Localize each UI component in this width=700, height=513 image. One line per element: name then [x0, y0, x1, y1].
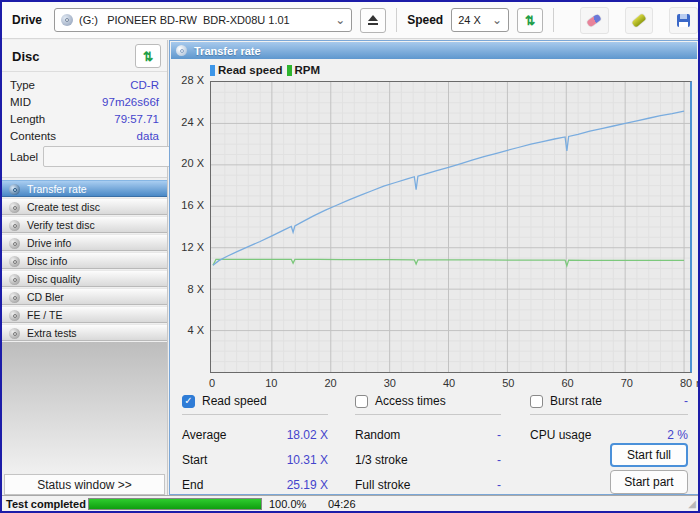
- stat-label: Average: [182, 428, 226, 442]
- eject-icon: [368, 15, 378, 25]
- stat-value: 25.19 X: [287, 478, 328, 492]
- drive-label: Drive: [12, 13, 42, 27]
- menu-item-disc-quality[interactable]: Disc quality: [2, 270, 167, 287]
- menu-item-disc-info[interactable]: Disc info: [2, 252, 167, 269]
- save-button[interactable]: [669, 7, 698, 34]
- menu-item-verify-test-disc[interactable]: Verify test disc: [2, 216, 167, 233]
- app-window: Drive (G:) PIONEER BD-RW BDR-XD08U 1.01 …: [0, 0, 700, 513]
- status-text: Test completed: [2, 498, 88, 510]
- disc-icon: [9, 274, 20, 285]
- resize-grip[interactable]: ◢: [688, 498, 698, 509]
- menu-item-label: FE / TE: [27, 309, 62, 321]
- divider: [182, 414, 328, 415]
- erase-disc-button[interactable]: [580, 7, 609, 34]
- disc-panel-header: Disc ⇄: [2, 40, 167, 72]
- speed-label: Speed: [407, 13, 443, 27]
- drive-select[interactable]: (G:) PIONEER BD-RW BDR-XD08U 1.01 ⌄: [54, 8, 352, 32]
- stat-value: -: [497, 428, 501, 442]
- menu-item-label: Drive info: [27, 237, 71, 249]
- read-speed-legend-label: Read speed: [218, 64, 283, 76]
- marker-icon: [631, 13, 646, 27]
- menu-item-transfer-rate[interactable]: Transfer rate: [2, 180, 167, 197]
- stat-row-average: Average 18.02 X: [182, 427, 328, 442]
- disc-icon: [9, 256, 20, 267]
- disc-icon: [9, 202, 20, 213]
- burst-rate-checkbox[interactable]: ✓: [530, 395, 543, 408]
- chart-legend: Read speed RPM: [210, 64, 320, 76]
- refresh-icon: ⇄: [141, 51, 156, 62]
- elapsed-time: 04:26: [328, 498, 388, 510]
- access-times-checkbox-label: Access times: [375, 394, 446, 408]
- disc-icon: [9, 238, 20, 249]
- menu-item-label: Transfer rate: [27, 183, 87, 195]
- set-speed-button[interactable]: ⇄: [517, 8, 543, 33]
- disc-row-value: data: [137, 130, 159, 142]
- stat-row-cpu-usage: CPU usage 2 %: [530, 427, 688, 442]
- toolbar: Drive (G:) PIONEER BD-RW BDR-XD08U 1.01 …: [2, 2, 698, 39]
- disc-row-value: 97m26s66f: [102, 96, 159, 108]
- marker-button[interactable]: [625, 7, 654, 34]
- read-speed-legend-chip: [210, 65, 215, 76]
- chevron-down-icon: ⌄: [335, 15, 345, 25]
- save-icon: [677, 14, 690, 27]
- stat-label: Full stroke: [355, 478, 410, 492]
- progress-percent: 100.0%: [262, 498, 328, 510]
- disc-panel: Disc ⇄ Type CD-R MID 97m26s66f Length 79…: [2, 40, 167, 178]
- menu-item-label: Disc info: [27, 255, 67, 267]
- eject-button[interactable]: [360, 8, 386, 33]
- menu-item-drive-info[interactable]: Drive info: [2, 234, 167, 251]
- progress-bar: [88, 498, 262, 510]
- stat-value: 18.02 X: [287, 428, 328, 442]
- disc-row-label: Length: [10, 113, 45, 125]
- menu-item-label: Extra tests: [27, 327, 77, 339]
- status-window-button[interactable]: Status window >>: [4, 474, 165, 495]
- sidebar: Disc ⇄ Type CD-R MID 97m26s66f Length 79…: [2, 40, 168, 497]
- chart-plot-area: [211, 82, 690, 372]
- refresh-disc-button[interactable]: ⇄: [135, 44, 161, 68]
- stat-row-full-stroke: Full stroke -: [355, 477, 501, 492]
- rpm-legend-chip: [287, 65, 292, 76]
- disc-row-value: 79:57.71: [114, 113, 159, 125]
- stat-row-random: Random -: [355, 427, 501, 442]
- disc-icon: [9, 328, 20, 339]
- y-axis-ticks: 4 X8 X12 X16 X20 X24 X28 X: [170, 41, 206, 381]
- stat-value: 2 %: [667, 428, 688, 442]
- menu-item-create-test-disc[interactable]: Create test disc: [2, 198, 167, 215]
- transfer-rate-chart: [210, 81, 692, 373]
- menu-item-cd-bler[interactable]: CD Bler: [2, 288, 167, 305]
- eraser-icon: [586, 13, 601, 27]
- stat-row-start: Start 10.31 X: [182, 452, 328, 467]
- stat-row-end: End 25.19 X: [182, 477, 328, 492]
- start-full-button[interactable]: Start full: [610, 443, 688, 467]
- read-speed-checkbox[interactable]: ✓: [182, 395, 195, 408]
- stat-value: 10.31 X: [287, 453, 328, 467]
- menu-item-label: Disc quality: [27, 273, 81, 285]
- disc-icon: [61, 14, 73, 26]
- menu-item-label: Create test disc: [27, 201, 100, 213]
- disc-row-length: Length 79:57.71: [2, 110, 167, 127]
- disc-icon: [9, 310, 20, 321]
- access-times-checkbox[interactable]: ✓: [355, 395, 368, 408]
- stat-value: -: [497, 478, 501, 492]
- panel-titlebar: Transfer rate: [171, 42, 697, 59]
- toolbar-separator: [396, 8, 397, 32]
- burst-rate-value: -: [684, 394, 688, 408]
- read-speed-checkbox-label: Read speed: [202, 394, 267, 408]
- sidebar-filler: [2, 342, 167, 473]
- burst-rate-checkbox-label: Burst rate: [550, 394, 602, 408]
- disc-row-label: Contents: [10, 130, 56, 142]
- disc-icon: [9, 292, 20, 303]
- sidebar-menu: Transfer rate Create test disc Verify te…: [2, 180, 167, 341]
- refresh-icon: ⇄: [522, 15, 537, 26]
- menu-item-fe-te[interactable]: FE / TE: [2, 306, 167, 323]
- disc-row-contents: Contents data: [2, 127, 167, 144]
- toolbar-separator: [553, 8, 554, 32]
- disc-panel-title: Disc: [12, 49, 39, 64]
- check-icon: ✓: [184, 396, 192, 406]
- label-field-caption: Label: [10, 151, 38, 163]
- speed-select[interactable]: 24 X ⌄: [451, 8, 509, 32]
- menu-item-extra-tests[interactable]: Extra tests: [2, 324, 167, 341]
- start-part-button[interactable]: Start part: [610, 470, 688, 494]
- statusbar: Test completed 100.0% 04:26 ◢: [2, 495, 698, 511]
- stat-label: Start: [182, 453, 207, 467]
